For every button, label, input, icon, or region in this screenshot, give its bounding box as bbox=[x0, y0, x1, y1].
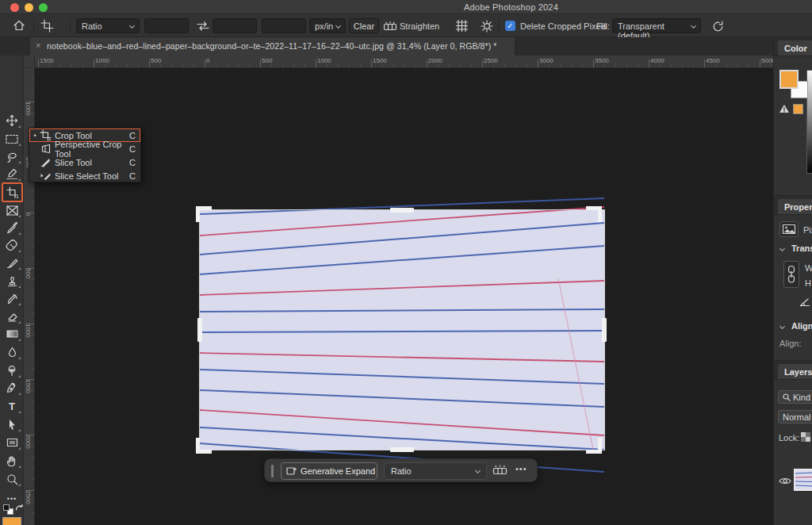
straighten-label[interactable]: Straighten bbox=[400, 21, 439, 31]
layer-visibility-eye-icon[interactable] bbox=[779, 477, 791, 485]
chevron-down-icon[interactable] bbox=[779, 246, 785, 251]
gradient-tool[interactable] bbox=[2, 326, 21, 342]
document-image[interactable] bbox=[200, 210, 604, 450]
crop-settings-gear-icon[interactable] bbox=[481, 20, 493, 33]
gamut-warning-icon[interactable] bbox=[779, 104, 790, 113]
close-window-button[interactable] bbox=[10, 3, 19, 12]
stamp-icon bbox=[6, 275, 18, 287]
kind-label: Kind bbox=[793, 393, 810, 402]
pen-tool[interactable] bbox=[2, 380, 21, 396]
blend-mode-select[interactable]: Normal bbox=[778, 410, 812, 423]
flyout-item-slice-tool[interactable]: Slice Tool C bbox=[29, 155, 140, 169]
hand-tool[interactable] bbox=[2, 453, 21, 469]
window-title: Adobe Photoshop 2024 bbox=[464, 2, 558, 12]
close-tab-icon[interactable]: × bbox=[36, 40, 40, 50]
move-tool[interactable] bbox=[2, 113, 21, 128]
crop-resolution-input[interactable] bbox=[262, 18, 306, 33]
frame-tool[interactable] bbox=[2, 202, 21, 218]
resolution-unit-value: px/in bbox=[315, 21, 333, 31]
layer-filter-kind-select[interactable]: Kind bbox=[778, 390, 812, 404]
gamut-swatch[interactable] bbox=[793, 104, 803, 114]
color-panel-tab[interactable]: Color bbox=[778, 40, 812, 56]
zoom-tool[interactable] bbox=[2, 471, 21, 487]
crop-tool-selected[interactable] bbox=[2, 182, 23, 202]
water-drop-icon bbox=[7, 347, 17, 358]
align-header[interactable]: Align and Distribute bbox=[791, 321, 812, 331]
crop-ratio-select[interactable]: Ratio bbox=[76, 18, 140, 33]
crop-width-input[interactable] bbox=[144, 18, 189, 33]
properties-panel-tab[interactable]: Properties bbox=[778, 199, 812, 214]
flyout-item-perspective-crop-tool[interactable]: Perspective Crop Tool C bbox=[29, 142, 140, 155]
swap-colors-icon[interactable] bbox=[15, 504, 24, 512]
crop-handle-top-left[interactable] bbox=[196, 206, 212, 222]
eraser-tool[interactable] bbox=[2, 308, 21, 324]
more-options-icon[interactable]: ••• bbox=[515, 464, 527, 473]
history-brush-tool[interactable] bbox=[2, 290, 21, 306]
chevron-down-icon bbox=[475, 468, 481, 473]
type-tool[interactable]: T bbox=[2, 398, 21, 414]
zoom-window-button[interactable] bbox=[39, 3, 48, 12]
taskbar-drag-handle[interactable] bbox=[271, 465, 274, 477]
lock-transparency-icon[interactable] bbox=[801, 432, 810, 442]
crop-handle-bottom[interactable] bbox=[390, 447, 414, 452]
crop-tool-flyout-menu: • Crop Tool C Perspective Crop Tool C Sl… bbox=[29, 128, 141, 182]
minimize-window-button[interactable] bbox=[25, 3, 33, 12]
angle-icon[interactable] bbox=[799, 297, 810, 307]
crop-handle-top[interactable] bbox=[390, 208, 414, 213]
path-selection-tool[interactable] bbox=[2, 416, 21, 432]
resolution-unit-select[interactable]: px/in bbox=[309, 18, 346, 33]
chevron-down-icon[interactable] bbox=[779, 324, 785, 329]
crop-handle-left[interactable] bbox=[197, 318, 202, 342]
straighten-icon[interactable] bbox=[493, 465, 507, 474]
crop-handle-top-right[interactable] bbox=[586, 206, 602, 222]
clear-button[interactable]: Clear bbox=[349, 18, 379, 33]
straighten-icon[interactable] bbox=[384, 21, 396, 30]
divider bbox=[499, 18, 500, 33]
taskbar-ratio-select[interactable]: Ratio bbox=[384, 462, 487, 480]
pen-icon bbox=[6, 382, 17, 394]
lasso-tool[interactable] bbox=[2, 148, 21, 164]
generative-expand-button[interactable]: Generative Expand bbox=[281, 462, 377, 480]
rectangle-shape-tool[interactable] bbox=[2, 435, 21, 450]
crop-tool-options-icon[interactable] bbox=[41, 20, 53, 32]
chevron-down-icon bbox=[691, 23, 696, 29]
color-foreground-swatch[interactable] bbox=[779, 70, 799, 89]
crop-height-input[interactable] bbox=[213, 18, 257, 33]
flyout-item-slice-select-tool[interactable]: Slice Select Tool C bbox=[29, 169, 140, 182]
gradient-icon bbox=[6, 329, 18, 339]
default-colors-icon[interactable] bbox=[3, 504, 10, 511]
fill-select[interactable]: Transparent (default) bbox=[612, 18, 701, 33]
document-tab[interactable]: × notebook–blue–and–red–lined–paper–back… bbox=[30, 37, 515, 56]
rectangle-icon bbox=[6, 438, 18, 447]
delete-cropped-pixels-label[interactable]: Delete Cropped Pixels bbox=[520, 21, 607, 31]
brush-tool[interactable] bbox=[2, 255, 21, 270]
home-icon[interactable] bbox=[13, 19, 25, 32]
history-brush-icon bbox=[6, 293, 18, 305]
layers-panel-tab[interactable]: Layers bbox=[778, 364, 812, 379]
foreground-color-swatch[interactable] bbox=[2, 517, 21, 525]
layer-thumbnail[interactable] bbox=[794, 469, 812, 491]
crop-handle-right[interactable] bbox=[602, 318, 607, 342]
selection-arrow-icon bbox=[7, 419, 17, 431]
eyedropper-tool[interactable] bbox=[2, 220, 21, 236]
transform-header[interactable]: Transform bbox=[791, 243, 812, 253]
horizontal-ruler[interactable]: 15001000 5000 5001000 15002000 25003000 … bbox=[35, 56, 773, 68]
delete-cropped-pixels-checkbox[interactable]: ✓ bbox=[505, 21, 515, 31]
crop-overlay-grid-icon[interactable] bbox=[456, 20, 468, 32]
blur-tool[interactable] bbox=[2, 344, 21, 360]
magnifier-icon bbox=[6, 473, 18, 485]
layer-row[interactable] bbox=[774, 469, 812, 497]
reset-icon[interactable] bbox=[712, 21, 724, 32]
clone-stamp-tool[interactable] bbox=[2, 273, 21, 289]
link-dimensions-button[interactable] bbox=[783, 261, 799, 288]
marquee-icon bbox=[6, 134, 18, 144]
dodge-tool[interactable] bbox=[2, 362, 21, 378]
object-selection-tool[interactable] bbox=[2, 166, 21, 182]
crop-handle-bottom-left[interactable] bbox=[196, 438, 212, 454]
swap-dimensions-icon[interactable] bbox=[197, 21, 209, 31]
canvas-area[interactable] bbox=[35, 68, 773, 525]
spot-healing-brush-tool[interactable] bbox=[2, 237, 21, 253]
crop-handle-bottom-right[interactable] bbox=[586, 438, 602, 454]
document-tab-title: notebook–blue–and–red–lined–paper–backgr… bbox=[47, 41, 497, 51]
rectangular-marquee-tool[interactable] bbox=[2, 131, 21, 147]
